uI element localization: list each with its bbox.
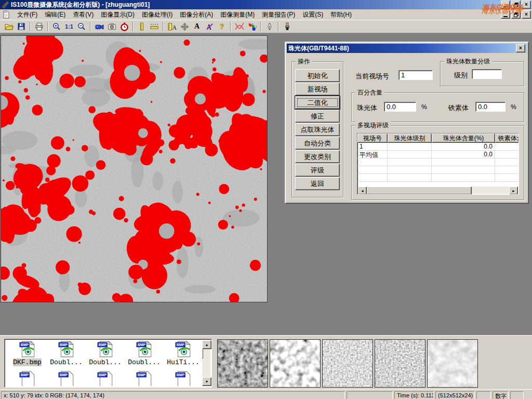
curve-tool-button[interactable] [233,21,246,32]
dialog-title-bar[interactable]: 珠光体(GB/T9441-88) × [287,44,527,53]
help-icon: ? [220,22,224,31]
thumbnail-2[interactable] [270,339,321,388]
brush-tool-button[interactable] [281,21,294,32]
binarize-button[interactable]: 二值化 [295,96,340,109]
video-capture-button[interactable] [93,21,105,32]
menu-help[interactable]: 帮助(H) [327,9,355,20]
return-button[interactable]: 返回 [295,177,340,190]
pick-pearlite-button[interactable]: 点取珠光体 [295,123,340,136]
ruler-vertical-icon [138,22,146,31]
init-button[interactable]: 初始化 [295,69,340,82]
file-item[interactable]: BMP [125,370,164,386]
ruler-horizontal-button[interactable] [148,21,161,32]
child-close-button[interactable]: × [522,10,531,19]
thumbnail-3[interactable] [322,339,373,388]
col-header-ferrite[interactable]: 铁素体含量(%) [495,134,519,143]
child-restore-button[interactable] [511,10,521,19]
dialog-close-button[interactable]: × [516,44,525,52]
grade-group-label: 珠光体数量分级 [444,58,492,65]
menu-file[interactable]: 文件(F) [14,9,41,20]
grade-label: 级别 [454,71,468,80]
dialog-body: 操作 初始化 新视场 二值化 修正 点取珠光体 自动分类 更改类别 评级 返回 … [287,53,527,201]
measure-text-button[interactable]: A [166,21,178,32]
camera-button[interactable] [105,21,118,32]
file-item[interactable]: BMP Doubl... [125,340,164,366]
actual-size-button[interactable]: 1:1 [63,21,75,32]
annotate-tool-button[interactable]: A [203,21,216,32]
file-name[interactable]: Doubl... [50,358,82,366]
save-button[interactable] [15,21,28,32]
menu-view[interactable]: 查看(V) [69,9,97,20]
ruler-vertical-button[interactable] [136,21,148,32]
thumbnail-1[interactable] [217,339,268,388]
minimize-button[interactable] [501,1,510,9]
zoom-out-button[interactable] [75,21,88,32]
close-button[interactable]: × [522,1,531,9]
scrollbar-thumb[interactable] [367,187,472,195]
toolbar-separator [230,22,231,31]
file-name[interactable]: Doubl... [89,358,121,366]
grade-input[interactable] [472,69,502,79]
file-name[interactable]: HuiTi... [167,358,199,366]
scroll-up-button[interactable]: ▲ [202,340,211,349]
table-row[interactable]: 1 0.0 [357,143,518,151]
text-tool-button[interactable]: A [191,21,203,32]
print-button[interactable] [33,21,45,32]
pearlite-dialog: 珠光体(GB/T9441-88) × 操作 初始化 新视场 二值化 修正 点取珠… [285,42,529,204]
help-button[interactable]: ? [216,21,228,32]
multi-view-table[interactable]: 视场号 珠光体级别 珠光体含量(%) 铁素体含量(%) 1 0.0 [357,133,519,195]
file-item[interactable]: BMP HuiTi... [164,340,202,366]
correct-button[interactable]: 修正 [295,110,340,123]
file-item[interactable]: BMP [47,370,86,386]
ferrite-percent-input[interactable]: 0.0 [475,102,506,112]
scrollbar-thumb[interactable] [202,349,203,358]
timer-button[interactable] [118,21,130,32]
file-list-scrollbar[interactable]: ▲ ▼ [202,340,210,386]
menu-edit[interactable]: 编辑(E) [41,9,69,20]
file-item[interactable]: BMP [86,370,125,386]
zoom-in-button[interactable] [50,21,63,32]
restore-button[interactable] [511,1,521,9]
file-item[interactable]: BMP [164,370,202,386]
count-points-button[interactable]: 1 2 3 [246,21,258,32]
file-list[interactable]: BMP DKF.bmp [4,339,212,388]
table-horizontal-scrollbar[interactable]: ◄ ► [358,187,518,194]
file-item[interactable]: BMP DKF.bmp [8,340,47,366]
col-header-grade[interactable]: 珠光体级别 [388,134,432,143]
rate-button[interactable]: 评级 [295,164,340,177]
current-view-input[interactable]: 1 [398,70,433,80]
scroll-left-button[interactable]: ◄ [358,187,367,195]
thumbnail-5[interactable] [427,339,478,388]
annotate-tool-icon: A [205,22,214,31]
file-name[interactable]: Doubl... [128,358,160,366]
auto-classify-button[interactable]: 自动分类 [295,137,340,150]
file-name[interactable]: DKF.bmp [13,358,42,366]
file-row: BMP DKF.bmp [6,340,202,366]
zoom-out-icon [77,22,86,31]
menu-image-measure[interactable]: 图像测量(M) [217,9,258,20]
menu-image-display[interactable]: 图像显示(D) [97,9,138,20]
menu-image-processing[interactable]: 图像处理(I) [138,9,176,20]
pen-tool-button[interactable] [263,21,276,32]
menu-image-analysis[interactable]: 图像分析(A) [176,9,217,20]
file-item[interactable]: BMP Doubl... [86,340,125,366]
scroll-down-button[interactable]: ▼ [202,377,211,386]
col-header-view[interactable]: 视场号 [357,134,388,143]
move-tool-button[interactable] [178,21,191,32]
file-item[interactable]: BMP Doubl... [47,340,86,366]
micrograph-image[interactable] [1,35,268,302]
change-class-button[interactable]: 更改类别 [295,150,340,163]
scroll-right-button[interactable]: ► [509,187,518,195]
child-minimize-button[interactable] [501,10,510,19]
col-header-pearlite[interactable]: 珠光体含量(%) [432,134,495,143]
thumbnail-4[interactable] [375,339,425,388]
file-item[interactable]: BMP [8,370,47,386]
menu-measure-report[interactable]: 测量报告(P) [258,9,299,20]
document-icon[interactable]: DOC [2,10,10,19]
brush-tool-icon [283,22,291,31]
table-row[interactable]: 平均值 0.0 [357,151,518,158]
open-file-button[interactable] [3,21,15,32]
new-field-button[interactable]: 新视场 [295,83,340,96]
pearlite-percent-input[interactable]: 0.0 [384,102,416,112]
menu-settings[interactable]: 设置(S) [299,9,327,20]
